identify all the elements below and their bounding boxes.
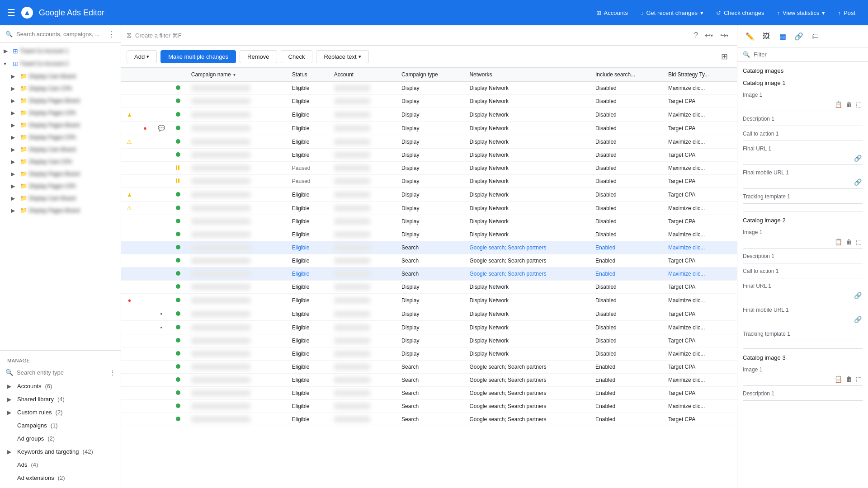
redo-button[interactable]: ↪ ▾ [717,28,731,42]
table-row[interactable]: ▲XXXXXXXX XXXXXXXXEligibleXXXXXXXXXXDisp… [121,108,737,122]
data-table-wrapper[interactable]: Campaign name ▾ Status Account Campaign … [121,68,737,488]
table-row[interactable]: ⚠XXXXXXXX XXXXXXXXEligibleXXXXXXXXXXDisp… [121,202,737,215]
image2-expand-btn[interactable]: ⬚ [855,237,863,246]
make-multiple-changes-button[interactable]: Make multiple changes [160,50,236,63]
table-row[interactable]: ●💬XXXXXXXX XXXXXXXXEligibleXXXXXXXXXXDis… [121,122,737,135]
sidebar-item-keywords[interactable]: ▶ Keywords and targeting (42) [0,445,121,458]
table-row[interactable]: XXXXXXXX XXXXXXXXPausedXXXXXXXXXXDisplay… [121,162,737,175]
campaign-item-10[interactable]: ▶ 📁 Display Pages CPA [0,180,121,192]
image2-final-mobile-url1-link-btn[interactable]: 🔗 [853,315,863,324]
table-row[interactable]: XXXXXXXX XXXXXXXXEligibleXXXXXXXXXXDispl… [121,95,737,108]
col-header-campaign-name[interactable]: Campaign name ▾ [186,68,287,82]
table-row[interactable]: XXXXXXXX XXXXXXXXEligibleXXXXXXXXXXDispl… [121,347,737,361]
bid-strategy-cell: Target CPA [663,188,737,202]
table-row[interactable]: XXXXXXXX XXXXXXXXEligibleXXXXXXXXXXSearc… [121,267,737,281]
image2-delete-btn[interactable]: 🗑 [845,237,853,246]
sidebar-item-accounts[interactable]: ▶ Accounts (6) [0,380,121,393]
sidebar-item-custom-rules[interactable]: ▶ Custom rules (2) [0,406,121,419]
campaign-item-2[interactable]: ▶ 📁 Display Cam CPA [0,82,121,94]
remove-button[interactable]: Remove [240,50,277,63]
table-row[interactable]: ▪XXXXXXXX XXXXXXXXEligibleXXXXXXXXXXDisp… [121,307,737,321]
final-mobile-url1-link-btn[interactable]: 🔗 [853,178,863,187]
final-url1-link-btn[interactable]: 🔗 [853,154,863,163]
table-row[interactable]: ▪XXXXXXXX XXXXXXXXEligibleXXXXXXXXXXDisp… [121,321,737,334]
edit-icon-btn[interactable]: ✏️ [743,29,757,43]
sidebar-item-ads[interactable]: Ads (4) [0,458,121,471]
campaign-item-12[interactable]: ▶ 📁 Display Pages Brand [0,204,121,216]
table-row[interactable]: XXXXXXXX XXXXXXXXEligibleXXXXXXXXXXSearc… [121,361,737,374]
grid-view-button[interactable]: ⊞ [717,49,731,64]
campaign-item-4[interactable]: ▶ 📁 Display Pages CPA [0,107,121,119]
table-row[interactable]: XXXXXXXX XXXXXXXXEligibleXXXXXXXXXXSearc… [121,254,737,267]
image1-delete-btn[interactable]: 🗑 [845,100,853,109]
view-statistics-button[interactable]: ↑ View statistics ▾ [772,7,831,19]
sidebar-item-ad-groups[interactable]: Ad groups (2) [0,432,121,445]
catalog-image-3-section: Catalog image 3 Image 1 📋 🗑 ⬚ Descriptio… [743,354,863,401]
table-row[interactable]: XXXXXXXX XXXXXXXXEligibleXXXXXXXXXXDispl… [121,82,737,95]
table-row[interactable]: XXXXXXXX XXXXXXXXEligibleXXXXXXXXXXDispl… [121,149,737,162]
accounts-button[interactable]: ⊞ Accounts [591,7,633,19]
campaign-type-cell: Display [396,95,464,108]
campaign-item-9[interactable]: ▶ 📁 Display Pages Brand [0,168,121,180]
image1-expand-btn[interactable]: ⬚ [855,100,863,109]
account-item-2[interactable]: ▾ ⊞ Travel Co Account 2 [0,57,121,70]
account-item-1[interactable]: ▶ ⊞ Travel Co Account 1 [0,45,121,57]
campaign-name-cell: XXXXXXXX XXXXXXXX [186,267,287,281]
image2-final-url1-link-btn[interactable]: 🔗 [853,291,863,300]
warn-cell [121,413,138,426]
image3-expand-btn[interactable]: ⬚ [855,375,863,384]
check-changes-button[interactable]: ↺ Check changes [711,7,770,19]
campaign-item-1[interactable]: ▶ 📁 Display Cam Brand [0,70,121,82]
table-row[interactable]: XXXXXXXX XXXXXXXXEligibleXXXXXXXXXXDispl… [121,215,737,228]
expand-icon: ▶ [11,134,18,141]
undo-dropdown[interactable]: ▾ [711,33,713,38]
menu-icon[interactable]: ☰ [7,7,15,18]
table-row[interactable]: XXXXXXXX XXXXXXXXEligibleXXXXXXXXXXDispl… [121,228,737,241]
status-cell: Paused [287,162,329,175]
table-row[interactable]: XXXXXXXX XXXXXXXXEligibleXXXXXXXXXXSearc… [121,241,737,254]
post-button[interactable]: ↑ Post [832,7,861,19]
check-button[interactable]: Check [281,50,313,63]
campaign-item-5[interactable]: ▶ 📁 Display Pages Brand [0,119,121,131]
campaign-item-11[interactable]: ▶ 📁 Display Cam Brand [0,192,121,204]
table-icon-btn[interactable]: ▦ [775,29,790,43]
image3-delete-btn[interactable]: 🗑 [845,375,853,384]
get-recent-changes-button[interactable]: ↓ Get recent changes ▾ [635,7,709,19]
tag-icon-btn[interactable]: 🏷 [808,29,822,43]
sidebar-search-input[interactable] [16,31,104,38]
right-panel-filter-input[interactable] [754,51,863,58]
table-row[interactable]: XXXXXXXX XXXXXXXXPausedXXXXXXXXXXDisplay… [121,175,737,188]
sidebar-item-shared-library[interactable]: ▶ Shared library (4) [0,393,121,406]
table-row[interactable]: XXXXXXXX XXXXXXXXEligibleXXXXXXXXXXSearc… [121,413,737,426]
table-row[interactable]: XXXXXXXX XXXXXXXXEligibleXXXXXXXXXXSearc… [121,374,737,387]
redo-dropdown[interactable]: ▾ [726,33,728,38]
status-cell: Eligible [287,149,329,162]
add-button[interactable]: Add ▾ [127,50,157,63]
image1-edit-btn[interactable]: 📋 [834,100,843,109]
image2-edit-btn[interactable]: 📋 [834,237,843,246]
table-row[interactable]: XXXXXXXX XXXXXXXXEligibleXXXXXXXXXXSearc… [121,387,737,400]
link-icon-btn[interactable]: 🔗 [792,29,806,43]
sidebar-item-ad-extensions[interactable]: Ad extensions (2) [0,471,121,484]
replace-text-button[interactable]: Replace text ▾ [316,50,368,63]
help-icon[interactable]: ? [694,31,698,39]
table-row[interactable]: XXXXXXXX XXXXXXXXEligibleXXXXXXXXXXSearc… [121,400,737,413]
sidebar-more-icon[interactable]: ⋮ [107,29,115,39]
table-row[interactable]: XXXXXXXX XXXXXXXXEligibleXXXXXXXXXXDispl… [121,334,737,347]
image3-edit-btn[interactable]: 📋 [834,375,843,384]
sidebar-item-campaigns[interactable]: Campaigns (1) [0,419,121,432]
filter-placeholder[interactable]: Create a filter ⌘F [135,32,690,39]
manage-more-icon[interactable]: ⋮ [109,369,115,376]
table-row[interactable]: ▲XXXXXXXX XXXXXXXXEligibleXXXXXXXXXXDisp… [121,188,737,202]
entity-type-search-input[interactable] [17,369,106,376]
campaign-item-8[interactable]: ▶ 📁 Display Cam CPA [0,155,121,168]
undo-button[interactable]: ↩ ▾ [702,28,716,42]
table-row[interactable]: ⚠XXXXXXXX XXXXXXXXEligibleXXXXXXXXXXDisp… [121,135,737,149]
campaign-item-3[interactable]: ▶ 📁 Display Pages Brand [0,94,121,107]
table-row[interactable]: ●XXXXXXXX XXXXXXXXEligibleXXXXXXXXXXDisp… [121,294,737,307]
table-row[interactable]: XXXXXXXX XXXXXXXXEligibleXXXXXXXXXXDispl… [121,281,737,294]
campaign-item-7[interactable]: ▶ 📁 Display Cam Brand [0,143,121,155]
campaign-item-6[interactable]: ▶ 📁 Display Pages CPA [0,131,121,143]
image-icon-btn[interactable]: 🖼 [759,29,774,43]
status-cell: Eligible [287,361,329,374]
